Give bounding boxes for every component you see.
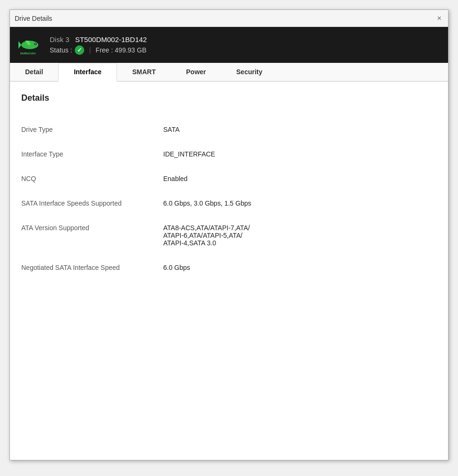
tabs-bar: Detail Interface SMART Power Security	[10, 63, 448, 82]
status-row: Status : ✓ | Free : 499.93 GB	[50, 45, 147, 55]
tab-detail[interactable]: Detail	[10, 63, 58, 82]
value-ncq: Enabled	[163, 175, 437, 182]
label-ncq: NCQ	[21, 175, 163, 182]
content-area: Details Drive Type SATA Interface Type I…	[10, 82, 448, 460]
disk-label: Disk 3	[50, 35, 70, 43]
value-interface-type: IDE_INTERFACE	[163, 150, 437, 158]
detail-row-ata-version: ATA Version Supported ATA8-ACS,ATA/ATAPI…	[21, 216, 437, 255]
detail-row-negotiated-speed: Negotiated SATA Interface Speed 6.0 Gbps	[21, 255, 437, 280]
section-title: Details	[21, 93, 437, 103]
tab-power[interactable]: Power	[171, 63, 221, 82]
label-negotiated-speed: Negotiated SATA Interface Speed	[21, 264, 163, 271]
status-ok-icon: ✓	[75, 45, 84, 55]
disk-info: Disk 3 ST500DM002-1BD142 Status : ✓ | Fr…	[50, 35, 147, 55]
detail-row-drive-type: Drive Type SATA	[21, 117, 437, 142]
header-bar: BARRACUDA Disk 3 ST500DM002-1BD142 Statu…	[10, 27, 448, 63]
disk-model-row: Disk 3 ST500DM002-1BD142	[50, 35, 147, 43]
window-title: Drive Details	[15, 15, 52, 22]
svg-point-5	[35, 43, 36, 44]
detail-row-sata-speeds: SATA Interface Speeds Supported 6.0 Gbps…	[21, 191, 437, 216]
tab-security[interactable]: Security	[221, 63, 277, 82]
tab-smart[interactable]: SMART	[117, 63, 171, 82]
drive-details-window: Drive Details ×	[9, 9, 449, 460]
status-label: Status :	[50, 46, 72, 54]
title-bar: Drive Details ×	[10, 10, 448, 27]
value-drive-type: SATA	[163, 126, 437, 133]
value-sata-speeds: 6.0 Gbps, 3.0 Gbps, 1.5 Gbps	[163, 199, 437, 207]
close-button[interactable]: ×	[435, 15, 443, 22]
svg-text:BARRACUDA: BARRACUDA	[20, 52, 36, 55]
detail-row-interface-type: Interface Type IDE_INTERFACE	[21, 142, 437, 166]
value-negotiated-speed: 6.0 Gbps	[163, 264, 437, 271]
tab-interface[interactable]: Interface	[58, 63, 117, 82]
disk-model-name: ST500DM002-1BD142	[75, 35, 147, 43]
free-space-label: Free : 499.93 GB	[96, 46, 146, 54]
label-drive-type: Drive Type	[21, 126, 163, 133]
detail-row-ncq: NCQ Enabled	[21, 166, 437, 191]
label-sata-speeds: SATA Interface Speeds Supported	[21, 199, 163, 207]
label-interface-type: Interface Type	[21, 150, 163, 158]
seagate-logo-icon: BARRACUDA	[18, 33, 42, 57]
separator: |	[89, 46, 91, 54]
logo-area: BARRACUDA	[18, 33, 42, 57]
label-ata-version: ATA Version Supported	[21, 224, 163, 232]
value-ata-version: ATA8-ACS,ATA/ATAPI-7,ATA/ATAPI-6,ATA/ATA…	[163, 224, 437, 247]
